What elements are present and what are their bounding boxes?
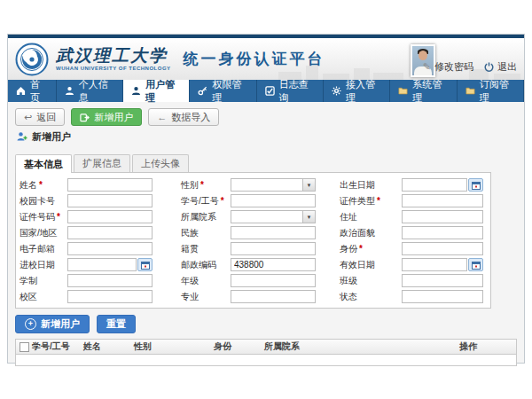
nav-item-access-management[interactable]: 接入管理 [324,80,390,102]
id-type-input[interactable] [402,194,483,207]
required-marker: * [221,196,224,206]
grade-input[interactable] [231,274,316,287]
calendar-icon[interactable] [137,258,153,271]
nav-item-home[interactable]: 首页 [8,80,57,102]
nav-item-subscription-management[interactable]: 订阅管理 [458,80,524,102]
column-header-name: 姓名 [82,340,132,353]
field-label: 年级 [153,275,231,287]
campus-input[interactable] [67,290,153,303]
nav-label: 接入管理 [346,78,381,105]
department-select-input[interactable] [231,210,303,223]
field-label: 民族 [153,227,231,239]
university-name: 武汉理工大学 [56,47,171,64]
university-name-block: 武汉理工大学 WUHAN UNIVERSITY OF TECHNOLOGY [56,47,171,71]
results-table: 学号/工号 姓名 性别 身份 所属院系 操作 [15,339,517,366]
student-staff-id-input[interactable] [231,194,316,207]
app-window: 武汉理工大学 WUHAN UNIVERSITY OF TECHNOLOGY 统一… [7,34,525,364]
nav-item-log-query[interactable]: 日志查询 [257,80,324,102]
tab-upload-avatar[interactable]: 上传头像 [132,154,189,172]
field-label: 所属院系 [153,211,231,223]
nav-label: 首页 [30,78,48,105]
country-region-input[interactable] [67,226,153,239]
required-marker: * [359,244,363,254]
avatar-face [419,51,427,60]
left-arrow-icon: ← [157,113,167,122]
email-input[interactable] [67,242,153,255]
birth-date-input[interactable] [402,178,467,192]
required-marker: * [200,180,204,190]
id-number-input[interactable] [67,210,153,223]
tab-label: 上传头像 [141,157,180,170]
toolbar: ↩ 返回 新增用户 ← 数据导入 [15,108,517,126]
postal-code-input[interactable] [231,258,316,271]
nav-item-profile[interactable]: 个人信息 [57,80,123,102]
valid-date-input[interactable] [402,258,467,271]
form-row: 电子邮箱 籍贯 身份* [20,241,490,256]
reset-button[interactable]: 重置 [97,315,136,333]
dropdown-arrow-icon[interactable]: ▼ [303,210,316,223]
dropdown-arrow-icon[interactable]: ▼ [303,178,316,192]
submit-add-user-button[interactable]: + 新增用户 [15,315,90,333]
column-header-id: 学号/工号 [30,340,82,353]
field-label: 校园卡号 [20,195,67,207]
class-input[interactable] [402,274,483,287]
native-place-input[interactable] [231,242,316,255]
nav-item-permission-management[interactable]: 权限管理 [190,80,256,102]
name-input[interactable] [67,178,153,192]
identity-input[interactable] [402,242,483,255]
add-user-icon [80,113,90,122]
nav-item-system-management[interactable]: 系统管理 [390,80,457,102]
ethnicity-input[interactable] [231,226,316,239]
column-header-actions: 操作 [458,340,516,353]
nav-item-user-management[interactable]: 用户管理 [123,80,190,102]
results-table-header: 学号/工号 姓名 性别 身份 所属院系 操作 [16,340,516,355]
nav-label: 用户管理 [145,78,181,105]
calendar-icon[interactable] [468,178,483,192]
change-password-link[interactable]: ✎ 修改密码 [423,60,473,74]
political-status-input[interactable] [402,226,483,239]
skyline-decoration [278,72,301,80]
address-input[interactable] [402,210,483,223]
back-button[interactable]: ↩ 返回 [15,108,65,126]
column-header-department: 所属院系 [262,340,458,353]
field-label: 学制 [20,275,67,287]
column-header-identity: 身份 [212,340,262,353]
gender-select-input[interactable] [231,178,303,192]
field-label: 校区 [20,291,67,303]
university-logo-icon [15,43,49,76]
required-marker: * [377,196,380,206]
field-label: 状态 [316,291,402,303]
basic-info-form: 姓名* 性别* ▼ 出生日期 校园卡号 学号/工号* 证件类型* 证件号码* 所… [15,172,491,309]
users-icon [131,86,141,96]
folder-icon [398,86,408,96]
power-icon [484,62,494,72]
schooling-length-input[interactable] [67,274,153,287]
tab-extended-info[interactable]: 扩展信息 [74,154,130,172]
field-label: 专业 [153,291,231,303]
form-row: 姓名* 性别* ▼ 出生日期 [20,177,490,192]
field-label: 政治面貌 [316,227,402,239]
nav-label: 个人信息 [79,78,114,105]
calendar-icon[interactable] [468,258,483,271]
major-input[interactable] [231,290,316,303]
field-label: 进校日期 [20,259,67,271]
university-logo [15,43,49,76]
nav-label: 日志查询 [279,78,315,105]
add-user-button-label: 新增用户 [94,111,133,124]
change-password-label: 修改密码 [434,60,473,74]
logout-link[interactable]: 退出 [484,60,517,74]
campus-card-no-input[interactable] [67,194,153,207]
tab-basic-info[interactable]: 基本信息 [15,154,72,173]
field-label: 性别* [153,179,231,192]
content-area: ↩ 返回 新增用户 ← 数据导入 新增用户 基本信息 扩展信息 上传头像 姓名* [8,102,524,363]
select-all-checkbox[interactable] [20,342,29,352]
header-links: ✎ 修改密码 退出 [423,60,517,74]
required-marker: * [57,212,60,222]
status-input[interactable] [402,290,483,303]
add-user-toolbar-button[interactable]: 新增用户 [71,108,142,126]
form-row: 校区 专业 状态 [20,289,490,304]
data-import-button[interactable]: ← 数据导入 [148,108,219,126]
enrollment-date-input[interactable] [67,258,137,271]
user-icon [65,86,74,96]
checklist-icon [265,86,275,96]
